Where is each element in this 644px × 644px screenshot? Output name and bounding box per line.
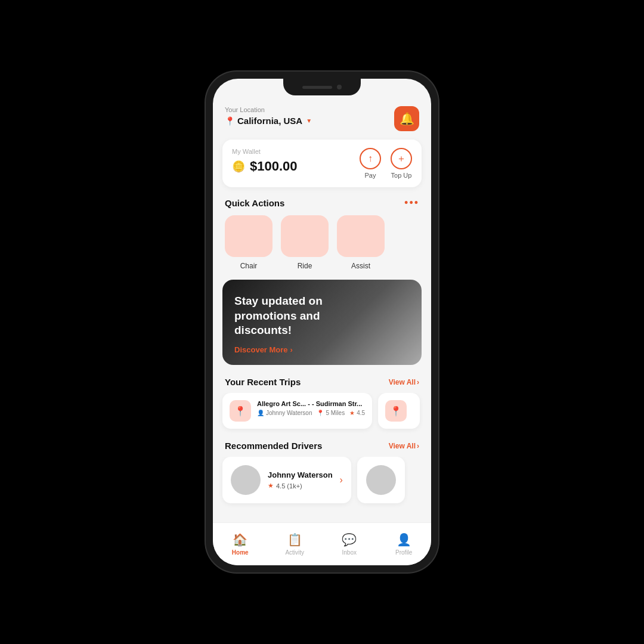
promo-banner[interactable]: Stay updated on promotions and discounts… <box>222 280 422 365</box>
activity-label: Activity <box>285 549 304 556</box>
driver-card-partial[interactable] <box>357 457 405 503</box>
activity-icon: 📋 <box>287 532 302 547</box>
bell-icon: 🔔 <box>400 112 414 126</box>
trip-rating-meta: ★ 4.5 <box>349 410 365 416</box>
quick-action-chair-label: Chair <box>240 262 258 270</box>
quick-action-chair-box <box>225 215 273 257</box>
header: Your Location 📍 California, USA ▼ 🔔 <box>213 97 431 137</box>
nav-home[interactable]: 🏠 Home <box>213 532 268 556</box>
driver-rating: ★ 4.5 (1k+) <box>268 482 333 490</box>
wallet-card-icon: 🪙 <box>232 160 245 173</box>
notch-speaker <box>302 86 332 89</box>
pay-button[interactable]: ↑ Pay <box>360 148 381 179</box>
phone-frame: Your Location 📍 California, USA ▼ 🔔 My W… <box>206 72 438 572</box>
trip-star-icon: ★ <box>349 410 355 416</box>
trip-pin-box-2: 📍 <box>385 400 407 422</box>
wallet-amount-row: 🪙 $100.00 <box>232 159 298 174</box>
location-section: Your Location 📍 California, USA ▼ <box>225 106 312 126</box>
screen-content: Your Location 📍 California, USA ▼ 🔔 My W… <box>213 79 431 522</box>
nav-activity[interactable]: 📋 Activity <box>268 532 323 556</box>
topup-button[interactable]: ＋ Top Up <box>391 148 412 179</box>
wallet-label: My Wallet <box>232 148 298 155</box>
trip-meta: 👤 Johnny Waterson 📍 5 Miles ★ 4.5 <box>257 410 365 416</box>
nav-inbox[interactable]: 💬 Inbox <box>322 532 377 556</box>
topup-label: Top Up <box>391 172 412 179</box>
quick-action-assist[interactable]: Assist <box>337 215 385 270</box>
driver-name: Johnny Waterson <box>268 470 333 479</box>
trip-route: Allegro Art Sc... - - Sudirman Str... <box>257 400 365 407</box>
quick-actions-header: Quick Actions ••• <box>213 194 431 215</box>
quick-action-ride-box <box>281 215 329 257</box>
trip-miles-meta: 📍 5 Miles <box>317 410 345 416</box>
view-all-drivers-label: View All <box>389 442 416 450</box>
driver-arrow-icon: › <box>340 475 343 485</box>
trip-driver-name: Johnny Waterson <box>266 410 312 416</box>
quick-actions-grid: Chair Ride Assist <box>213 215 431 280</box>
discover-more-button[interactable]: Discover More › <box>234 345 410 354</box>
trip-miles-icon: 📍 <box>317 410 324 416</box>
trip-pin-box: 📍 <box>230 400 251 422</box>
recent-trips-title: Your Recent Trips <box>225 377 301 387</box>
trip-separator: - - <box>308 400 315 407</box>
quick-action-ride-label: Ride <box>298 262 312 270</box>
driver-rating-value: 4.5 (1k+) <box>276 482 302 490</box>
wallet-amount: $100.00 <box>250 159 298 174</box>
quick-action-assist-label: Assist <box>351 262 370 270</box>
driver-info: Johnny Waterson ★ 4.5 (1k+) <box>268 470 333 490</box>
view-all-trips-label: View All <box>389 378 416 386</box>
trip-pin-icon: 📍 <box>234 405 246 417</box>
recommended-drivers-header: Recommended Drivers View All › <box>213 438 431 457</box>
trip-card-partial[interactable]: 📍 <box>378 393 420 429</box>
trip-info: Allegro Art Sc... - - Sudirman Str... 👤 … <box>257 400 365 416</box>
topup-icon-circle: ＋ <box>391 148 412 169</box>
drivers-view-all[interactable]: View All › <box>389 442 419 450</box>
quick-action-assist-box <box>337 215 385 257</box>
notch-camera <box>337 85 342 89</box>
wallet-card: My Wallet 🪙 $100.00 ↑ Pay ＋ <box>222 140 422 187</box>
driver-star-icon: ★ <box>268 482 274 490</box>
quick-action-ride[interactable]: Ride <box>281 215 329 270</box>
trip-rating: 4.5 <box>357 410 365 416</box>
profile-label: Profile <box>395 549 412 556</box>
drivers-row: Johnny Waterson ★ 4.5 (1k+) › <box>213 457 431 513</box>
location-pin-icon: 📍 <box>225 116 235 126</box>
phone-notch <box>283 79 361 95</box>
pay-label: Pay <box>365 172 376 179</box>
bottom-nav: 🏠 Home 📋 Activity 💬 Inbox 👤 Profile <box>213 522 431 565</box>
trip-from: Allegro Art Sc... <box>257 400 306 407</box>
wallet-info: My Wallet 🪙 $100.00 <box>232 148 298 174</box>
recent-trips-view-all[interactable]: View All › <box>389 378 419 386</box>
trip-driver-meta: 👤 Johnny Waterson <box>257 410 312 416</box>
trip-driver-icon: 👤 <box>257 410 264 416</box>
quick-action-chair[interactable]: Chair <box>225 215 273 270</box>
location-dropdown-icon: ▼ <box>306 117 312 124</box>
trip-miles: 5 Miles <box>326 410 345 416</box>
discover-more-arrow: › <box>290 345 293 354</box>
home-label: Home <box>232 549 249 556</box>
driver-avatar-partial <box>366 465 396 495</box>
phone-screen: Your Location 📍 California, USA ▼ 🔔 My W… <box>213 79 431 565</box>
trip-pin-icon-2: 📍 <box>390 405 402 417</box>
profile-icon: 👤 <box>397 532 411 547</box>
wallet-top: My Wallet 🪙 $100.00 ↑ Pay ＋ <box>232 148 412 179</box>
home-icon: 🏠 <box>233 532 247 547</box>
nav-profile[interactable]: 👤 Profile <box>377 532 432 556</box>
location-row[interactable]: 📍 California, USA ▼ <box>225 116 312 126</box>
recent-trips-header: Your Recent Trips View All › <box>213 374 431 393</box>
location-name: California, USA <box>237 116 302 126</box>
view-all-drivers-arrow: › <box>417 442 419 450</box>
notifications-button[interactable]: 🔔 <box>394 106 419 131</box>
pay-icon-circle: ↑ <box>360 148 381 169</box>
more-options-icon[interactable]: ••• <box>404 197 419 209</box>
inbox-label: Inbox <box>342 549 357 556</box>
trip-to: Sudirman Str... <box>316 400 363 407</box>
wallet-actions: ↑ Pay ＋ Top Up <box>360 148 412 179</box>
driver-avatar <box>231 465 261 495</box>
driver-card[interactable]: Johnny Waterson ★ 4.5 (1k+) › <box>222 457 351 503</box>
trip-card[interactable]: 📍 Allegro Art Sc... - - Sudirman Str... … <box>222 393 372 429</box>
promo-text: Stay updated on promotions and discounts… <box>234 294 354 338</box>
trips-row: 📍 Allegro Art Sc... - - Sudirman Str... … <box>213 393 431 438</box>
quick-actions-title: Quick Actions <box>225 198 284 208</box>
inbox-icon: 💬 <box>342 532 357 547</box>
discover-more-label: Discover More <box>234 345 288 354</box>
